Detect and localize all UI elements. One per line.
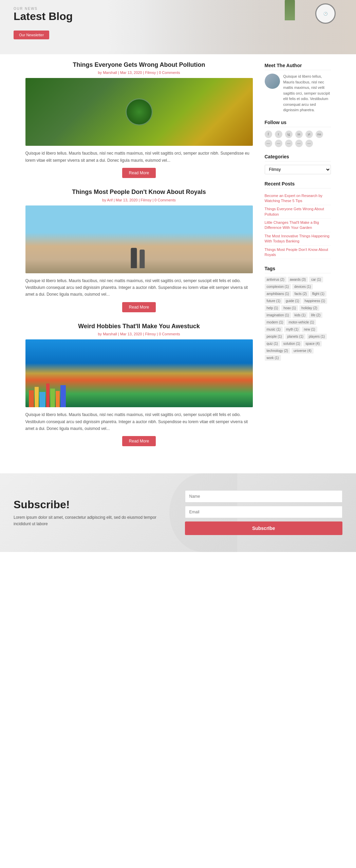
category-select[interactable]: Filmsy [265,165,331,174]
subscribe-left: Subscribe! Lorem ipsum dolor sit amet, c… [14,498,171,527]
follow-title: Follow us [265,120,331,127]
tag-28[interactable]: technology (2) [265,348,290,354]
post-2-read-more[interactable]: Read More [122,302,156,312]
social-icon-2[interactable]: — [275,140,282,147]
twitter-icon[interactable]: t [275,131,282,138]
post-3-excerpt: Quisque id libero tellus. Mauris faucibu… [25,411,253,432]
post-1-tree-globe [126,98,153,125]
author-block: Quisque id libero tellus, Mauris faucibu… [265,74,331,113]
tag-6[interactable]: facts (2) [293,291,309,297]
tag-14[interactable]: imagination (1) [265,312,291,318]
linkedin-icon[interactable]: in [295,131,303,138]
recent-post-1[interactable]: Become an Expert on Research by Watching… [265,192,331,205]
post-2-excerpt: Quisque id libero tellus. Mauris faucibu… [25,277,253,298]
tag-20[interactable]: myth (1) [284,327,301,332]
categories-section: Categories Filmsy [265,154,331,174]
subscribe-desc: Lorem ipsum dolor sit amet, consectetur … [14,514,171,527]
tag-19[interactable]: music (1) [265,327,283,332]
post-2-meta: by Arif | Mar 13, 2020 | Filmsy | 0 Comm… [25,198,253,202]
plant-decoration [285,0,295,20]
post-1-image [25,78,253,146]
subscribe-title: Subscribe! [14,498,171,511]
subscribe-email-input[interactable] [185,506,343,518]
tag-25[interactable]: quiz (1) [265,341,280,347]
social-icon-5[interactable]: — [305,140,313,147]
subscribe-section: Subscribe! Lorem ipsum dolor sit amet, c… [0,473,356,552]
tag-18[interactable]: motor-vehicle (1) [286,319,316,325]
author-text: Quisque id libero tellus, Mauris faucibu… [283,74,331,113]
recent-post-5[interactable]: Things Most People Don't Know About Roya… [265,246,331,259]
tags-section: Tags antivirus (2) awards (3) car (1) co… [265,266,331,361]
tag-26[interactable]: solution (1) [281,341,302,347]
subscribe-button[interactable]: SubscrIbe [185,521,343,535]
author-avatar [265,74,280,89]
tag-12[interactable]: hoax (1) [281,305,298,311]
blog-post-3: Weird Hobbies That'll Make You Awestuck … [25,322,253,447]
follow-section: Follow us f t ig in yt rss — — — — — [265,120,331,147]
tag-22[interactable]: people (1) [265,334,284,339]
tag-10[interactable]: happiness (1) [303,298,327,304]
tag-13[interactable]: holiday (2) [299,305,319,311]
header-title: Latest Blog [14,11,73,22]
tag-4[interactable]: devices (1) [292,284,313,290]
post-1-meta: by Marshall | Mar 13, 2020 | Filmsy | 0 … [25,71,253,75]
tag-5[interactable]: amphibians (1) [265,291,291,297]
recent-post-4[interactable]: The Most Innovative Things Happening Wit… [265,232,331,246]
header-text-block: OUR NEWS Latest Blog [14,7,73,22]
subscribe-name-input[interactable] [185,490,343,502]
facebook-icon[interactable]: f [265,131,272,138]
tag-23[interactable]: planets (1) [285,334,305,339]
tag-1[interactable]: awards (3) [288,277,308,282]
social-icon-4[interactable]: — [295,140,303,147]
rss-icon[interactable]: rss [316,131,323,138]
youtube-icon[interactable]: yt [305,131,313,138]
follow-icons: f t ig in yt rss [265,131,331,138]
post-3-read-more[interactable]: Read More [122,436,156,446]
recent-post-3[interactable]: Little Changes That'll Make a Big Differ… [265,219,331,232]
posts-area: Things Everyone Gets Wrong About Polluti… [25,61,253,456]
post-3-title: Weird Hobbies That'll Make You Awestuck [25,322,253,330]
social-icon-1[interactable]: — [265,140,272,147]
newsletter-button[interactable]: Our Newsletter [14,31,49,39]
tag-0[interactable]: antivirus (2) [265,277,286,282]
tag-21[interactable]: new (1) [302,327,317,332]
instagram-icon[interactable]: ig [285,131,293,138]
post-2-title: Things Most People Don't Know About Roya… [25,188,253,196]
content-sidebar-wrapper: Things Everyone Gets Wrong About Polluti… [15,54,341,463]
author-section: Meet The Author Quisque id libero tellus… [265,63,331,113]
tag-3[interactable]: complexion (1) [265,284,291,290]
tag-2[interactable]: car (1) [309,277,323,282]
post-1-read-more[interactable]: Read More [122,168,156,178]
sidebar: Meet The Author Quisque id libero tellus… [265,61,331,456]
tag-29[interactable]: universe (4) [292,348,314,354]
tag-27[interactable]: space (4) [303,341,322,347]
blog-post-1: Things Everyone Gets Wrong About Polluti… [25,61,253,178]
tag-7[interactable]: flight (1) [310,291,326,297]
recent-post-2[interactable]: Things Everyone Gets Wrong About Polluti… [265,205,331,219]
post-3-meta: by Marshall | Mar 13, 2020 | Filmsy | 0 … [25,332,253,336]
couple-silhouette [131,248,145,268]
tag-24[interactable]: players (1) [307,334,327,339]
tag-17[interactable]: modern (1) [265,319,285,325]
header-banner: 🕐 OUR NEWS Latest Blog Our Newsletter [0,0,356,54]
tag-11[interactable]: help (1) [265,305,280,311]
tag-8[interactable]: future (1) [265,298,283,304]
blog-post-2: Things Most People Don't Know About Roya… [25,188,253,312]
recent-posts-title: Recent Posts [265,181,331,189]
tag-30[interactable]: work (1) [265,355,281,361]
post-1-title: Things Everyone Gets Wrong About Polluti… [25,61,253,69]
clock-decoration: 🕐 [315,3,336,24]
tag-15[interactable]: kids (1) [293,312,308,318]
follow-icons-2: — — — — — [265,140,331,147]
tags-container: antivirus (2) awards (3) car (1) complex… [265,277,331,361]
tag-9[interactable]: guide (1) [284,298,301,304]
post-3-image [25,339,253,407]
tag-16[interactable]: life (2) [309,312,322,318]
post-2-image [25,205,253,273]
social-icon-3[interactable]: — [285,140,293,147]
recent-posts-section: Recent Posts Become an Expert on Researc… [265,181,331,259]
author-section-title: Meet The Author [265,63,331,70]
categories-title: Categories [265,154,331,161]
tags-title: Tags [265,266,331,273]
subscribe-right: SubscrIbe [185,490,343,535]
